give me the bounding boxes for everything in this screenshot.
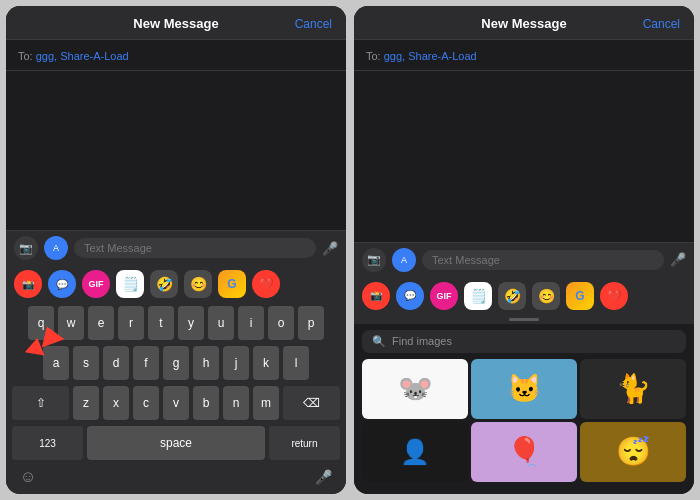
left-emoji-icon[interactable]: ☺ — [20, 468, 36, 486]
key-h[interactable]: h — [193, 346, 219, 380]
left-apps-button[interactable]: A — [44, 236, 68, 260]
key-return[interactable]: return — [269, 426, 340, 460]
gif-item-balloons[interactable]: 🎈 — [471, 422, 577, 482]
gif-grid: 🐭 🐱 🐈 👤 — [354, 359, 694, 482]
key-y[interactable]: y — [178, 306, 204, 340]
left-app-photos[interactable]: 📸 — [14, 270, 42, 298]
right-message-area[interactable] — [354, 71, 694, 242]
left-app-blue[interactable]: 💬 — [48, 270, 76, 298]
left-app-row: 📸 💬 GIF 🗒️ 🤣 😊 G ❤️ — [6, 265, 346, 303]
left-app-gif[interactable]: GIF — [82, 270, 110, 298]
key-backspace[interactable]: ⌫ — [283, 386, 340, 420]
key-j[interactable]: j — [223, 346, 249, 380]
key-k[interactable]: k — [253, 346, 279, 380]
key-n[interactable]: n — [223, 386, 249, 420]
right-app-blue[interactable]: 💬 — [396, 282, 424, 310]
right-mic-icon[interactable]: 🎤 — [670, 252, 686, 267]
key-a[interactable]: a — [43, 346, 69, 380]
key-p[interactable]: p — [298, 306, 324, 340]
key-space[interactable]: space — [87, 426, 265, 460]
left-cancel-button[interactable]: Cancel — [295, 17, 332, 31]
handle-bar — [509, 318, 539, 321]
left-phone: New Message Cancel To: ggg, Share-A-Load… — [6, 6, 346, 494]
right-app-gif[interactable]: GIF — [430, 282, 458, 310]
key-e[interactable]: e — [88, 306, 114, 340]
left-message-area[interactable] — [6, 71, 346, 230]
right-camera-button[interactable]: 📷 — [362, 248, 386, 272]
left-recipient: ggg, Share-A-Load — [36, 50, 129, 62]
right-app-row: 📸 💬 GIF 🗒️ 🤣 😊 G ❤️ — [354, 277, 694, 315]
left-app-emoji2[interactable]: 😊 — [184, 270, 212, 298]
key-z[interactable]: z — [73, 386, 99, 420]
right-app-photos[interactable]: 📸 — [362, 282, 390, 310]
right-phone: New Message Cancel To: ggg, Share-A-Load… — [354, 6, 694, 494]
right-app-emoji1[interactable]: 🤣 — [498, 282, 526, 310]
left-app-emoji1[interactable]: 🤣 — [150, 270, 178, 298]
key-v[interactable]: v — [163, 386, 189, 420]
gif-search-icon: 🔍 — [372, 335, 386, 348]
key-d[interactable]: d — [103, 346, 129, 380]
left-app-heart[interactable]: ❤️ — [252, 270, 280, 298]
key-123[interactable]: 123 — [12, 426, 83, 460]
left-mic-bottom-icon[interactable]: 🎤 — [315, 469, 332, 485]
right-input-bar: 📷 A 🎤 — [354, 242, 694, 277]
key-g[interactable]: g — [163, 346, 189, 380]
right-app-google[interactable]: G — [566, 282, 594, 310]
right-recipient: ggg, Share-A-Load — [384, 50, 477, 62]
right-app-emoji2[interactable]: 😊 — [532, 282, 560, 310]
right-header: New Message Cancel — [354, 6, 694, 40]
gif-item-minnie[interactable]: 🐭 — [362, 359, 468, 419]
left-camera-button[interactable]: 📷 — [14, 236, 38, 260]
key-s[interactable]: s — [73, 346, 99, 380]
left-header: New Message Cancel — [6, 6, 346, 40]
key-shift[interactable]: ⇧ — [12, 386, 69, 420]
key-r[interactable]: r — [118, 306, 144, 340]
gif-item-sleeping[interactable]: 😴 — [580, 422, 686, 482]
right-app-sticker[interactable]: 🗒️ — [464, 282, 492, 310]
gif-search-bar[interactable]: 🔍 Find images — [362, 330, 686, 353]
key-b[interactable]: b — [193, 386, 219, 420]
left-app-google[interactable]: G — [218, 270, 246, 298]
left-to-label: To: ggg, Share-A-Load — [18, 50, 129, 62]
left-header-title: New Message — [133, 16, 218, 31]
key-f[interactable]: f — [133, 346, 159, 380]
left-to-field[interactable]: To: ggg, Share-A-Load — [6, 40, 346, 71]
key-i[interactable]: i — [238, 306, 264, 340]
left-mic-icon[interactable]: 🎤 — [322, 241, 338, 256]
left-text-input[interactable] — [74, 238, 316, 258]
left-app-sticker[interactable]: 🗒️ — [116, 270, 144, 298]
gif-panel-handle — [354, 315, 694, 324]
key-m[interactable]: m — [253, 386, 279, 420]
left-input-bar: 📷 A 🎤 — [6, 230, 346, 265]
key-o[interactable]: o — [268, 306, 294, 340]
right-header-title: New Message — [481, 16, 566, 31]
left-key-row-2: a s d f g h j k l — [6, 343, 346, 383]
key-u[interactable]: u — [208, 306, 234, 340]
gif-item-cartoon[interactable]: 🐈 — [580, 359, 686, 419]
right-apps-button[interactable]: A — [392, 248, 416, 272]
gif-search-placeholder: Find images — [392, 335, 452, 347]
key-c[interactable]: c — [133, 386, 159, 420]
gif-item-blue-cat[interactable]: 🐱 — [471, 359, 577, 419]
key-x[interactable]: x — [103, 386, 129, 420]
right-cancel-button[interactable]: Cancel — [643, 17, 680, 31]
arrow-indicator-2 — [25, 336, 47, 355]
right-to-label: To: ggg, Share-A-Load — [366, 50, 477, 62]
right-app-heart[interactable]: ❤️ — [600, 282, 628, 310]
left-key-row-4: 123 space return — [6, 423, 346, 463]
right-gif-panel: 🔍 Find images 🐭 🐱 🐈 — [354, 324, 694, 495]
right-to-field[interactable]: To: ggg, Share-A-Load — [354, 40, 694, 71]
key-t[interactable]: t — [148, 306, 174, 340]
left-bottom-bar: ☺ 🎤 — [6, 463, 346, 494]
left-key-row-3: ⇧ z x c v b n m ⌫ — [6, 383, 346, 423]
key-l[interactable]: l — [283, 346, 309, 380]
gif-item-celeb[interactable]: 👤 — [362, 422, 468, 482]
right-text-input[interactable] — [422, 250, 664, 270]
